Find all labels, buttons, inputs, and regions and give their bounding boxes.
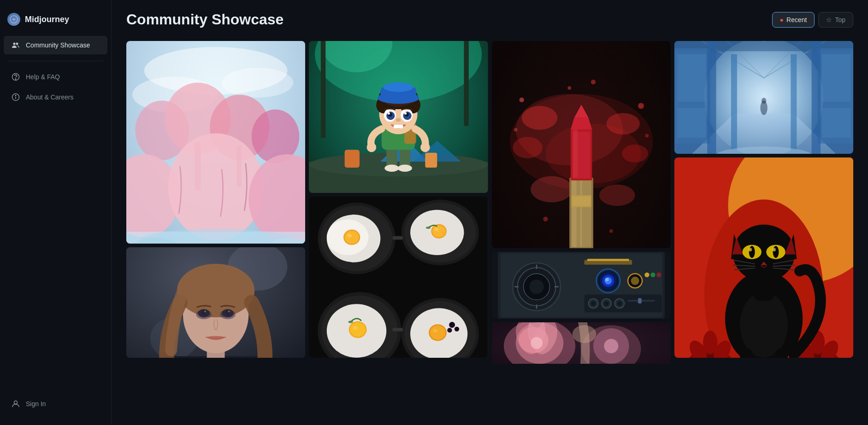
info-icon — [11, 93, 20, 102]
svg-point-126 — [519, 98, 524, 102]
gallery-item-black-cat[interactable] — [674, 157, 853, 358]
svg-rect-56 — [386, 147, 397, 168]
svg-point-122 — [606, 113, 639, 134]
svg-point-123 — [622, 145, 648, 163]
svg-rect-55 — [425, 153, 437, 168]
svg-point-246 — [772, 248, 776, 251]
sidebar-bottom: Sign In — [0, 390, 111, 418]
gallery-item-lipstick[interactable] — [492, 41, 671, 248]
svg-point-129 — [645, 134, 649, 138]
sidebar-item-label: Help & FAQ — [26, 73, 60, 81]
gallery-item-woman-portrait[interactable] — [126, 247, 305, 358]
sidebar: Midjourney Community Showcase — [0, 0, 112, 425]
svg-point-2 — [16, 43, 18, 45]
gallery-col-2 — [309, 41, 488, 358]
svg-point-168 — [590, 301, 595, 306]
svg-rect-201 — [677, 108, 706, 138]
svg-point-111 — [455, 326, 459, 331]
svg-point-58 — [385, 165, 399, 172]
svg-point-165 — [631, 277, 639, 285]
main-content: Community Showcase ● Recent ☆ Top — [112, 0, 868, 425]
svg-point-160 — [605, 278, 608, 281]
svg-rect-207 — [731, 54, 737, 150]
logo-icon — [7, 13, 20, 26]
svg-point-7 — [14, 401, 18, 404]
page-title: Community Showcase — [126, 11, 283, 28]
svg-point-175 — [644, 273, 649, 277]
sidebar-item-sign-in[interactable]: Sign In — [4, 395, 107, 413]
svg-point-225 — [703, 331, 717, 355]
svg-point-133 — [590, 80, 595, 84]
svg-rect-114 — [392, 328, 403, 332]
gallery-item-scifi-device[interactable] — [492, 252, 671, 319]
svg-point-96 — [426, 227, 431, 229]
svg-point-88 — [345, 231, 359, 244]
svg-point-151 — [529, 279, 543, 294]
svg-point-177 — [656, 273, 661, 277]
app-logo[interactable]: Midjourney — [0, 7, 111, 35]
gallery-grid — [126, 41, 853, 364]
sidebar-nav: Community Showcase Help & FAQ — [0, 35, 111, 390]
svg-point-189 — [572, 325, 596, 343]
svg-rect-163 — [587, 259, 629, 261]
svg-point-130 — [543, 217, 548, 221]
sidebar-divider — [7, 61, 104, 61]
svg-rect-206 — [811, 42, 820, 154]
svg-point-210 — [762, 98, 766, 104]
recent-filter-button[interactable]: ● Recent — [772, 12, 815, 28]
svg-point-128 — [638, 103, 644, 109]
sidebar-item-about-careers[interactable]: About & Careers — [4, 88, 107, 106]
svg-point-71 — [384, 82, 413, 92]
svg-rect-45 — [321, 41, 325, 138]
svg-point-176 — [650, 273, 655, 277]
svg-rect-48 — [464, 41, 469, 126]
svg-rect-144 — [572, 197, 590, 206]
sidebar-item-label: Community Showcase — [26, 41, 90, 49]
svg-point-6 — [15, 95, 16, 96]
svg-point-185 — [531, 337, 543, 349]
svg-point-80 — [396, 118, 401, 122]
svg-rect-57 — [400, 147, 410, 168]
sidebar-item-community-showcase[interactable]: Community Showcase — [4, 36, 107, 54]
svg-rect-208 — [791, 54, 797, 150]
svg-rect-204 — [821, 108, 850, 138]
svg-rect-142 — [573, 130, 578, 178]
svg-point-59 — [398, 165, 412, 172]
svg-point-40 — [196, 310, 212, 320]
svg-point-102 — [353, 326, 358, 330]
svg-point-63 — [420, 143, 430, 152]
recent-icon: ● — [780, 16, 784, 23]
svg-point-62 — [367, 143, 377, 152]
svg-point-103 — [348, 320, 353, 323]
svg-point-244 — [773, 246, 779, 258]
svg-point-120 — [521, 106, 557, 130]
gallery-item-fried-eggs[interactable] — [309, 197, 488, 358]
svg-point-245 — [748, 248, 752, 251]
help-icon — [11, 72, 20, 82]
svg-rect-81 — [394, 125, 403, 128]
sidebar-item-label: Sign In — [26, 400, 46, 408]
gallery-item-pink-forest[interactable] — [126, 41, 305, 244]
svg-rect-54 — [345, 150, 360, 168]
svg-point-94 — [432, 225, 445, 237]
svg-point-1 — [13, 43, 16, 45]
svg-point-131 — [609, 229, 613, 233]
top-filter-button[interactable]: ☆ Top — [818, 12, 853, 28]
svg-point-121 — [513, 137, 543, 158]
svg-point-230 — [740, 292, 788, 357]
gallery-item-corridor[interactable] — [674, 41, 853, 154]
app-name: Midjourney — [25, 15, 69, 24]
user-icon — [11, 399, 20, 408]
svg-point-11 — [222, 68, 293, 98]
svg-point-132 — [567, 86, 571, 90]
svg-point-172 — [617, 301, 621, 306]
svg-point-101 — [350, 322, 366, 337]
svg-point-79 — [404, 112, 407, 115]
svg-point-109 — [433, 329, 437, 333]
gallery-col-3 — [492, 41, 671, 364]
page-header: Community Showcase ● Recent ☆ Top — [126, 11, 853, 28]
sidebar-item-help-faq[interactable]: Help & FAQ — [4, 68, 107, 86]
gallery-item-cartoon-boy[interactable] — [309, 41, 488, 193]
svg-point-4 — [15, 79, 16, 80]
gallery-item-floral[interactable] — [492, 322, 671, 364]
